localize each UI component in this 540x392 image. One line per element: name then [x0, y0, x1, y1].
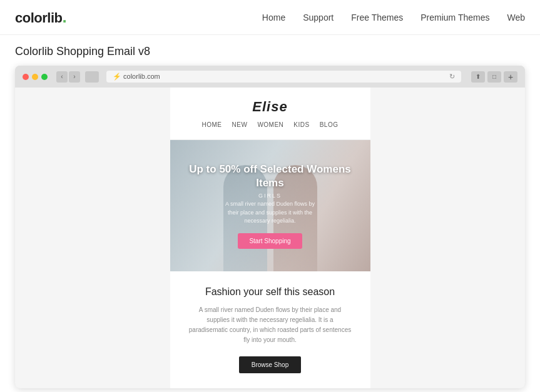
browser-back-button[interactable]: ‹ — [56, 71, 68, 83]
browser-url-text: ⚡ colorlib.com — [113, 73, 160, 81]
browser-bar: ‹ › ⚡ colorlib.com ↻ ⬆ □ + — [15, 66, 525, 88]
browser-mockup: ‹ › ⚡ colorlib.com ↻ ⬆ □ + Elise HOME NE… — [15, 66, 525, 388]
email-navigation: HOME NEW WOMEN KIDS BLOG — [170, 115, 370, 134]
email-header: Elise HOME NEW WOMEN KIDS BLOG — [170, 88, 370, 140]
hero-title: Up to 50% off Selected Womens Items — [183, 163, 358, 190]
hero-cta-button[interactable]: Start Shopping — [238, 233, 302, 249]
nav-support[interactable]: Support — [303, 13, 334, 23]
fashion-section: Fashion your self this season A small ri… — [170, 271, 370, 388]
email-hero-section: Up to 50% off Selected Womens Items GIRL… — [170, 140, 370, 271]
nav-links: Home Support Free Themes Premium Themes … — [262, 13, 525, 23]
browser-url-bar[interactable]: ⚡ colorlib.com ↻ — [106, 71, 461, 83]
hero-subtitle-small: GIRLS — [183, 193, 358, 199]
browser-close-dot[interactable] — [23, 74, 29, 80]
top-navigation: colorlib. Home Support Free Themes Premi… — [0, 0, 540, 35]
browser-maximize-dot[interactable] — [41, 74, 48, 80]
email-nav-women: WOMEN — [257, 121, 283, 128]
email-inner: Elise HOME NEW WOMEN KIDS BLOG Up — [170, 88, 370, 388]
browser-tab-button[interactable] — [85, 71, 99, 83]
browse-shop-button[interactable]: Browse Shop — [239, 356, 301, 373]
nav-free-themes[interactable]: Free Themes — [351, 13, 403, 23]
browser-reload-button[interactable]: ↻ — [449, 73, 455, 81]
browser-dots — [23, 74, 48, 80]
fashion-title: Fashion your self this season — [189, 286, 352, 298]
browser-nav-buttons: ‹ › — [56, 71, 80, 83]
browser-minimize-dot[interactable] — [32, 74, 38, 80]
email-preview-content: Elise HOME NEW WOMEN KIDS BLOG Up — [15, 88, 525, 388]
browser-action-buttons: ⬆ □ + — [471, 71, 517, 83]
nav-web[interactable]: Web — [507, 13, 525, 23]
hero-overlay: Up to 50% off Selected Womens Items GIRL… — [170, 163, 370, 249]
email-nav-new: NEW — [232, 121, 248, 128]
email-nav-kids: KIDS — [293, 121, 309, 128]
email-brand-name: Elise — [170, 99, 370, 115]
browser-share-button[interactable]: ⬆ — [471, 71, 485, 83]
nav-premium-themes[interactable]: Premium Themes — [420, 13, 489, 23]
site-logo[interactable]: colorlib. — [15, 8, 66, 27]
browser-bookmark-button[interactable]: □ — [487, 71, 501, 83]
page-title: Colorlib Shopping Email v8 — [0, 35, 540, 66]
browser-forward-button[interactable]: › — [69, 71, 80, 83]
email-nav-home: HOME — [202, 121, 222, 128]
hero-description: A small river named Duden flows by their… — [220, 200, 320, 226]
fashion-description: A small river named Duden flows by their… — [189, 305, 352, 345]
logo-dot: . — [62, 8, 66, 26]
email-nav-blog: BLOG — [320, 121, 339, 128]
nav-home[interactable]: Home — [262, 13, 285, 23]
browser-new-tab-button[interactable]: + — [504, 71, 517, 83]
